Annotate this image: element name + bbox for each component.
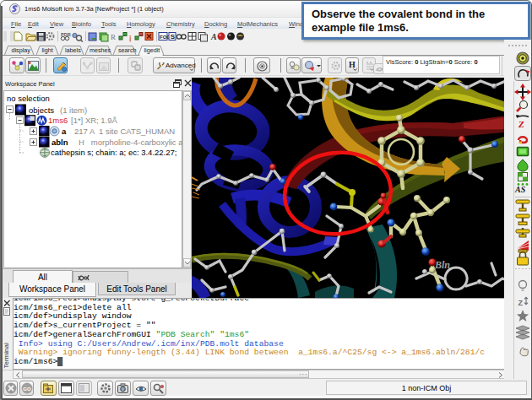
svg-text:display: display [12, 46, 31, 54]
svg-text:GO: GO [23, 386, 31, 392]
svg-text:A: A [210, 32, 217, 41]
svg-text:AS: AS [514, 185, 526, 194]
svg-text:R: R [111, 33, 116, 41]
svg-text:Z: Z [518, 299, 524, 307]
svg-text:light: light [42, 46, 53, 54]
svg-text:S: S [171, 33, 176, 41]
svg-text:¡: ¡ [129, 32, 133, 42]
svg-text:Z: Z [518, 119, 524, 129]
svg-text:labels: labels [65, 46, 81, 54]
svg-text:ligedit: ligedit [144, 46, 160, 54]
svg-text:PDB: PDB [61, 32, 71, 37]
svg-text:meshes: meshes [90, 46, 111, 54]
svg-text:Bln: Bln [434, 259, 450, 271]
svg-text:search: search [118, 46, 137, 54]
